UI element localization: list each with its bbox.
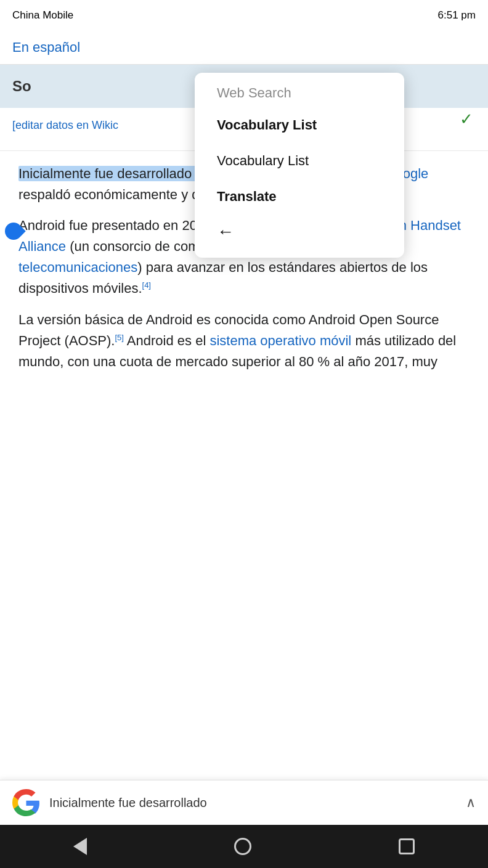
paragraph-3: La versión básica de Android es conocida… — [18, 309, 470, 372]
nav-back-button[interactable] — [73, 838, 87, 855]
checkmark-icon: ✓ — [460, 110, 473, 129]
menu-back-button[interactable]: ← — [195, 215, 404, 249]
status-bar: China Mobile 6:51 pm — [0, 0, 488, 31]
nav-home-button[interactable] — [234, 838, 251, 855]
status-time: 6:51 pm — [438, 9, 476, 22]
menu-item-vocabulary-list-2[interactable]: Vocabulary List — [195, 143, 404, 179]
search-partial: So — [12, 78, 31, 95]
nav-recents-button[interactable] — [399, 838, 415, 854]
telecom-link[interactable]: telecomunicaciones — [18, 260, 137, 275]
menu-item-web-search[interactable]: Web Search — [195, 79, 404, 107]
menu-item-translate[interactable]: Translate — [195, 179, 404, 215]
google-logo — [12, 789, 39, 816]
main-content: En español So [editar datos en Wikic ✓ W… — [0, 31, 488, 395]
expand-icon[interactable]: ∧ — [466, 795, 476, 811]
google-query: Inicialmente fue desarrollado — [49, 796, 466, 810]
menu-item-vocabulary-list-1[interactable]: Vocabulary List — [195, 107, 404, 143]
google-bottom-bar[interactable]: Inicialmente fue desarrollado ∧ — [0, 780, 488, 825]
carrier-text: China Mobile — [12, 9, 73, 22]
language-label: En español — [12, 39, 80, 55]
ref-4[interactable]: [4] — [142, 280, 151, 290]
edit-link[interactable]: [editar datos en Wikic — [12, 119, 118, 131]
system-nav-bar — [0, 825, 488, 868]
ref-5[interactable]: [5] — [115, 332, 123, 342]
language-bar: En español — [0, 31, 488, 65]
context-menu-popup: ✓ Web Search Vocabulary List Vocabulary … — [195, 73, 404, 258]
sistema-operativo-link[interactable]: sistema operativo móvil — [209, 333, 351, 348]
